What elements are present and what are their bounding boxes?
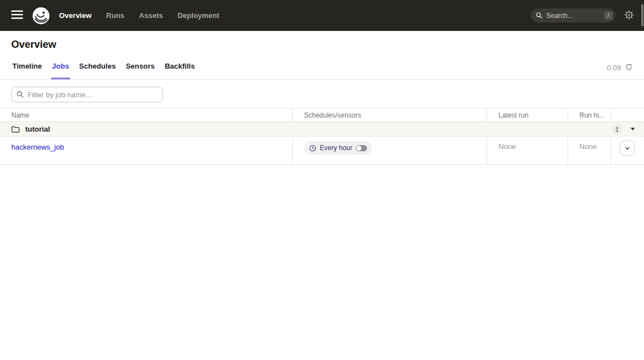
tab-schedules[interactable]: Schedules [78, 62, 117, 79]
search-icon [536, 12, 543, 19]
dagster-logo[interactable] [32, 7, 50, 25]
tab-sensors[interactable]: Sensors [125, 62, 156, 79]
gear-icon [624, 10, 634, 21]
column-header-run-history: Run hi... [568, 109, 610, 122]
primary-nav: Overview Runs Assets Deployment [59, 11, 219, 20]
hamburger-menu-button[interactable] [9, 8, 25, 23]
job-name-cell: hackernews_job [0, 137, 292, 164]
nav-item-runs[interactable]: Runs [106, 11, 125, 20]
job-schedule-cell: Every hour [292, 137, 487, 164]
clock-icon [309, 145, 316, 152]
page-title: Overview [11, 38, 633, 51]
repo-group-row[interactable]: tutorial 1 [0, 122, 644, 137]
schedule-toggle[interactable] [356, 145, 367, 151]
table-header-row: Name Schedules/sensors Latest run Run hi… [0, 108, 644, 122]
overview-tabbar: Timeline Jobs Schedules Sensors Backfill… [0, 62, 644, 80]
job-filter-input[interactable] [11, 87, 163, 102]
refresh-area: 0:09 [607, 62, 633, 73]
job-link[interactable]: hackernews_job [11, 143, 64, 151]
group-row-right: 1 [613, 125, 635, 134]
refresh-icon [625, 63, 633, 73]
column-header-schedules: Schedules/sensors [292, 109, 487, 122]
folder-icon [11, 125, 20, 133]
job-actions-cell [610, 137, 644, 164]
chevron-down-icon [624, 145, 631, 152]
scrollbar-thumb[interactable] [641, 4, 643, 26]
latest-run-cell: None [487, 137, 568, 164]
table-row: hackernews_job Every hour None None [0, 137, 644, 165]
jobs-table: Name Schedules/sensors Latest run Run hi… [0, 108, 644, 165]
tabs: Timeline Jobs Schedules Sensors Backfill… [11, 62, 196, 79]
search-placeholder: Search... [546, 12, 573, 20]
job-menu-button[interactable] [620, 141, 635, 156]
column-header-name: Name [0, 109, 292, 122]
search-shortcut-key: / [604, 11, 613, 20]
settings-button[interactable] [624, 10, 634, 21]
overview-page: Overview Timeline Jobs Schedules Sensors… [0, 38, 644, 165]
column-header-latest-run: Latest run [487, 109, 568, 122]
schedule-label: Every hour [320, 144, 352, 152]
run-history-cell: None [568, 137, 610, 164]
nav-item-assets[interactable]: Assets [139, 11, 163, 20]
top-navbar: Overview Runs Assets Deployment Search..… [0, 0, 644, 31]
job-count-badge: 1 [613, 125, 622, 134]
navbar-right: Search... / [531, 8, 634, 22]
tab-jobs[interactable]: Jobs [51, 62, 70, 79]
nav-item-deployment[interactable]: Deployment [178, 11, 219, 20]
tab-backfills[interactable]: Backfills [164, 62, 196, 79]
search-input[interactable]: Search... / [531, 8, 615, 22]
job-filter [11, 87, 163, 102]
tab-timeline[interactable]: Timeline [11, 62, 43, 79]
repo-group-name: tutorial [25, 125, 50, 133]
schedule-chip[interactable]: Every hour [304, 141, 372, 155]
caret-down-icon[interactable] [631, 128, 635, 130]
nav-item-overview[interactable]: Overview [59, 11, 92, 20]
toggle-knob [356, 146, 361, 151]
hamburger-icon [11, 10, 23, 21]
column-header-actions [610, 109, 644, 122]
refresh-button[interactable] [625, 63, 633, 73]
refresh-countdown: 0:09 [607, 64, 621, 72]
